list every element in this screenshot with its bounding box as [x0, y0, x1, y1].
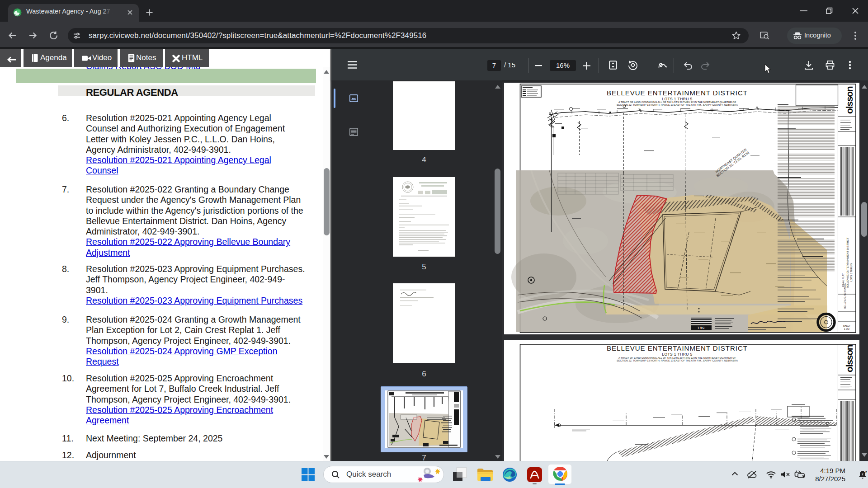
- svg-text:BELLEVUE ENTERTAINMENT DISTRIC: BELLEVUE ENTERTAINMENT DISTRICT: [846, 237, 849, 288]
- svg-text:LOTS 1 THRU 5: LOTS 1 THRU 5: [662, 97, 692, 101]
- svg-text:z: z: [862, 472, 863, 476]
- svg-text:z: z: [865, 470, 867, 474]
- svg-text:1 of 2: 1 of 2: [844, 328, 849, 330]
- svg-text:BELLEVUE ENTERTAINMENT DISTRIC: BELLEVUE ENTERTAINMENT DISTRICT: [607, 89, 748, 97]
- svg-text:NORTHEAST QUARTER: NORTHEAST QUARTER: [715, 147, 748, 174]
- svg-text:SECTION 22, TOWNSHIP 13 NORTH,: SECTION 22, TOWNSHIP 13 NORTH, RANGE 13 …: [617, 103, 738, 106]
- svg-text:BELLEVUE, NEBRASKA: BELLEVUE, NEBRASKA: [844, 283, 846, 309]
- svg-text:olsson: olsson: [844, 86, 854, 114]
- svg-text:SECTION 22, TOWNSHIP 13 NORTH,: SECTION 22, TOWNSHIP 13 NORTH, RANGE 13 …: [617, 359, 738, 362]
- svg-text:BELLEVUE ENTERTAINMENT DISTRIC: BELLEVUE ENTERTAINMENT DISTRICT: [607, 344, 748, 352]
- svg-text:TRC: TRC: [698, 326, 705, 329]
- svg-text:LOTS 1 THRU 5: LOTS 1 THRU 5: [850, 263, 853, 282]
- svg-text:olsson: olsson: [844, 345, 854, 372]
- svg-text:LOTS 1 THRU 5: LOTS 1 THRU 5: [662, 352, 692, 357]
- svg-text:SHEET: SHEET: [843, 325, 850, 327]
